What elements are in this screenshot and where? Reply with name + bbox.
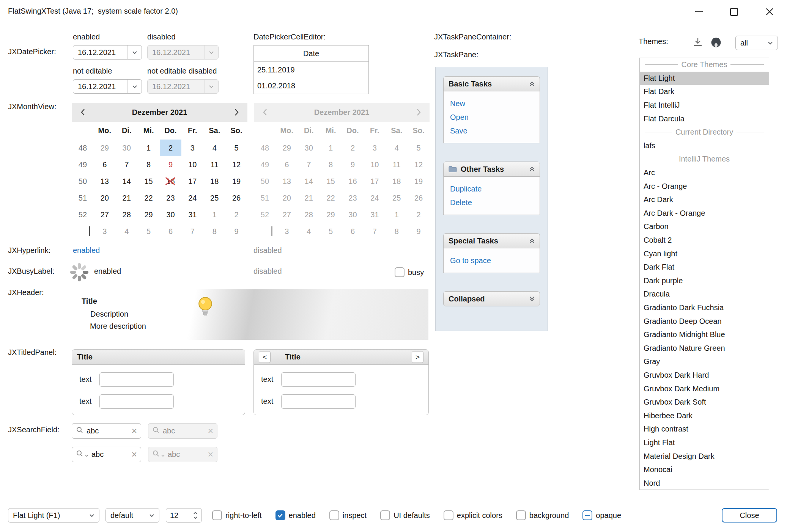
theme-list-item[interactable]: Gruvbox Dark Soft xyxy=(640,395,769,409)
theme-list-item[interactable]: Material Design Dark xyxy=(640,449,769,463)
day-cell[interactable]: 26 xyxy=(408,190,430,206)
theme-list-item[interactable]: Hiberbee Dark xyxy=(640,409,769,422)
search-field-dropdown-enabled[interactable]: abc × xyxy=(72,447,141,462)
text-field-2[interactable] xyxy=(99,394,174,409)
day-cell[interactable]: 27 xyxy=(276,206,298,223)
day-cell[interactable]: 9 xyxy=(408,223,430,240)
day-cell[interactable]: 2 xyxy=(160,140,182,156)
day-cell[interactable]: 21 xyxy=(298,190,320,206)
checkbox-box[interactable] xyxy=(380,510,390,520)
day-cell[interactable]: 21 xyxy=(116,190,138,206)
day-cell[interactable]: 19 xyxy=(225,173,247,190)
day-cell[interactable]: 11 xyxy=(203,156,225,173)
theme-list-item[interactable]: Arc Dark xyxy=(640,193,769,207)
theme-list-item[interactable]: Cyan light xyxy=(640,247,769,261)
spinner-up-icon[interactable] xyxy=(193,512,198,515)
taskpane-title-bar[interactable]: Basic Tasks xyxy=(443,76,540,91)
day-cell[interactable]: 25 xyxy=(203,190,225,206)
clear-search-icon[interactable]: × xyxy=(131,450,137,459)
day-cell[interactable]: 31 xyxy=(364,206,386,223)
font-size-spinner[interactable]: 12 xyxy=(166,508,202,523)
day-cell[interactable]: 8 xyxy=(138,156,160,173)
day-cell[interactable]: 17 xyxy=(181,173,203,190)
day-cell[interactable]: 8 xyxy=(386,223,408,240)
day-cell[interactable]: 15 xyxy=(138,173,160,190)
theme-list-item[interactable]: Arc - Orange xyxy=(640,179,769,193)
day-cell[interactable]: 5 xyxy=(320,223,342,240)
day-cell[interactable]: 11 xyxy=(386,156,408,173)
theme-list-item[interactable]: Cobalt 2 xyxy=(640,234,769,247)
day-cell[interactable]: 6 xyxy=(94,156,116,173)
day-cell[interactable]: 9 xyxy=(225,223,247,240)
checkbox-box[interactable] xyxy=(516,510,526,520)
busy-checkbox[interactable]: busy xyxy=(395,267,424,277)
theme-list-item[interactable]: Gradianto Nature Green xyxy=(640,341,769,355)
theme-list-item[interactable]: Flat Dark xyxy=(640,85,769,99)
checkbox-box[interactable] xyxy=(582,510,592,520)
theme-list-item[interactable]: Gradianto Midnight Blue xyxy=(640,328,769,342)
day-cell[interactable]: 14 xyxy=(116,173,138,190)
theme-list-item[interactable]: Nord xyxy=(640,476,769,490)
checkbox-box[interactable] xyxy=(395,267,405,277)
day-cell[interactable]: 29 xyxy=(276,140,298,156)
day-cell[interactable]: 3 xyxy=(364,140,386,156)
day-cell[interactable]: 20 xyxy=(276,190,298,206)
day-cell[interactable]: 6 xyxy=(276,156,298,173)
day-cell[interactable]: 29 xyxy=(138,206,160,223)
day-cell[interactable]: 23 xyxy=(342,190,364,206)
day-cell[interactable]: 3 xyxy=(94,223,116,240)
taskpane-title-bar[interactable]: Special Tasks xyxy=(443,233,540,248)
option-checkbox[interactable]: background xyxy=(516,510,569,520)
day-cell[interactable]: 19 xyxy=(408,173,430,190)
minimize-button[interactable] xyxy=(681,0,716,24)
theme-list-item[interactable]: lafs xyxy=(640,139,769,153)
day-cell[interactable]: 30 xyxy=(298,140,320,156)
day-cell[interactable]: 9 xyxy=(342,156,364,173)
taskpane-action-link[interactable]: Delete xyxy=(450,196,533,209)
day-cell[interactable]: 12 xyxy=(408,156,430,173)
datepicker-dropdown-button[interactable] xyxy=(127,46,142,59)
theme-list-item[interactable]: Carbon xyxy=(640,220,769,234)
day-cell[interactable]: 5 xyxy=(138,223,160,240)
day-cell[interactable]: 7 xyxy=(364,223,386,240)
day-cell[interactable]: 4 xyxy=(386,140,408,156)
theme-list-item[interactable]: Gradianto Deep Ocean xyxy=(640,314,769,328)
day-cell[interactable]: 1 xyxy=(386,206,408,223)
day-cell[interactable]: 27 xyxy=(94,206,116,223)
theme-list-item[interactable]: IntelliJ Themes xyxy=(640,152,769,166)
table-row[interactable]: 01.02.2018 xyxy=(254,78,368,94)
day-cell[interactable]: 16 xyxy=(342,173,364,190)
checkbox-box[interactable] xyxy=(329,510,339,520)
option-checkbox[interactable]: enabled xyxy=(275,510,316,520)
theme-list-item[interactable]: Gruvbox Dark Medium xyxy=(640,382,769,395)
theme-list-item[interactable]: Flat Light xyxy=(640,72,769,85)
day-cell[interactable]: 8 xyxy=(203,223,225,240)
taskpane-action-link[interactable]: Open xyxy=(450,110,533,124)
titled-panel-left-button[interactable]: < xyxy=(259,351,271,363)
day-cell[interactable]: 17 xyxy=(364,173,386,190)
option-checkbox[interactable]: right-to-left xyxy=(212,510,262,520)
day-cell[interactable]: 13 xyxy=(94,173,116,190)
close-window-button[interactable] xyxy=(752,0,787,24)
day-cell[interactable]: 28 xyxy=(298,206,320,223)
close-button[interactable]: Close xyxy=(722,508,777,523)
theme-list-item[interactable]: Gray xyxy=(640,355,769,369)
theme-list-item[interactable]: Dark Flat xyxy=(640,261,769,274)
day-cell[interactable]: 29 xyxy=(320,206,342,223)
day-cell[interactable]: 10 xyxy=(364,156,386,173)
day-cell[interactable]: 6 xyxy=(160,223,182,240)
datepicker-not-editable[interactable]: 16.12.2021 xyxy=(73,79,142,94)
option-checkbox[interactable]: UI defaults xyxy=(380,510,430,520)
taskpane-action-link[interactable]: Go to space xyxy=(450,254,533,267)
day-cell[interactable]: 14 xyxy=(298,173,320,190)
day-cell[interactable]: 2 xyxy=(408,206,430,223)
theme-list-item[interactable]: Monocai xyxy=(640,463,769,477)
taskpane-title-bar[interactable]: Other Tasks xyxy=(443,162,540,177)
github-icon[interactable] xyxy=(710,36,722,49)
datepicker-dropdown-button[interactable] xyxy=(127,80,142,93)
day-cell[interactable]: 3 xyxy=(276,223,298,240)
day-cell[interactable]: 29 xyxy=(94,140,116,156)
day-cell[interactable]: 2 xyxy=(225,206,247,223)
spinner-down-icon[interactable] xyxy=(193,516,198,519)
next-month-button[interactable] xyxy=(225,108,247,116)
